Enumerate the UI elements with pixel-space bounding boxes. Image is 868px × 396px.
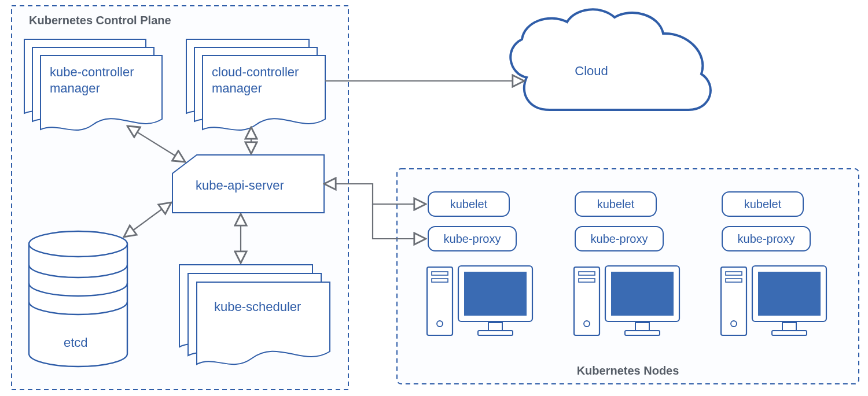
kube-controller-manager-label-1: kube-controller [50, 65, 134, 79]
cloud-controller-manager-label-2: manager [212, 81, 262, 95]
nodes-panel-title: Kubernetes Nodes [577, 364, 679, 377]
svg-rect-32 [772, 331, 807, 335]
svg-rect-30 [758, 272, 821, 316]
svg-rect-25 [721, 267, 746, 335]
cloud-controller-manager-label-1: cloud-controller [212, 65, 299, 79]
kube-api-server-node: kube-api-server [172, 155, 324, 213]
svg-point-1 [29, 231, 127, 257]
svg-rect-22 [625, 331, 660, 335]
svg-rect-11 [488, 323, 502, 331]
kube-api-server-label: kube-api-server [196, 178, 284, 193]
cloud-node: Cloud [510, 9, 711, 110]
cloud-controller-manager-node: cloud-controller manager [186, 39, 325, 130]
svg-rect-10 [464, 272, 527, 316]
node-1-kubelet-label: kubelet [450, 198, 488, 210]
node-1-kubeproxy-label: kube-proxy [444, 232, 501, 245]
kube-scheduler-node: kube-scheduler [179, 265, 330, 364]
control-plane-title: Kubernetes Control Plane [29, 14, 171, 27]
svg-rect-15 [574, 267, 599, 335]
svg-rect-5 [427, 267, 453, 335]
svg-rect-21 [635, 323, 649, 331]
kube-scheduler-label: kube-scheduler [214, 299, 301, 314]
etcd-node: etcd [29, 231, 127, 367]
node-3-kubeproxy-label: kube-proxy [738, 232, 795, 245]
svg-rect-31 [782, 323, 796, 331]
etcd-label: etcd [64, 335, 88, 350]
node-2-kubelet-label: kubelet [597, 198, 635, 210]
cloud-label: Cloud [575, 64, 608, 78]
kube-controller-manager-node: kube-controller manager [24, 39, 162, 130]
node-3-kubelet-label: kubelet [744, 198, 782, 210]
svg-rect-20 [611, 272, 674, 316]
kube-controller-manager-label-2: manager [50, 81, 100, 95]
node-2-kubeproxy-label: kube-proxy [591, 232, 648, 245]
svg-rect-12 [478, 331, 513, 335]
k8s-architecture-diagram: Kubernetes Control Plane kube-controller… [0, 0, 868, 396]
